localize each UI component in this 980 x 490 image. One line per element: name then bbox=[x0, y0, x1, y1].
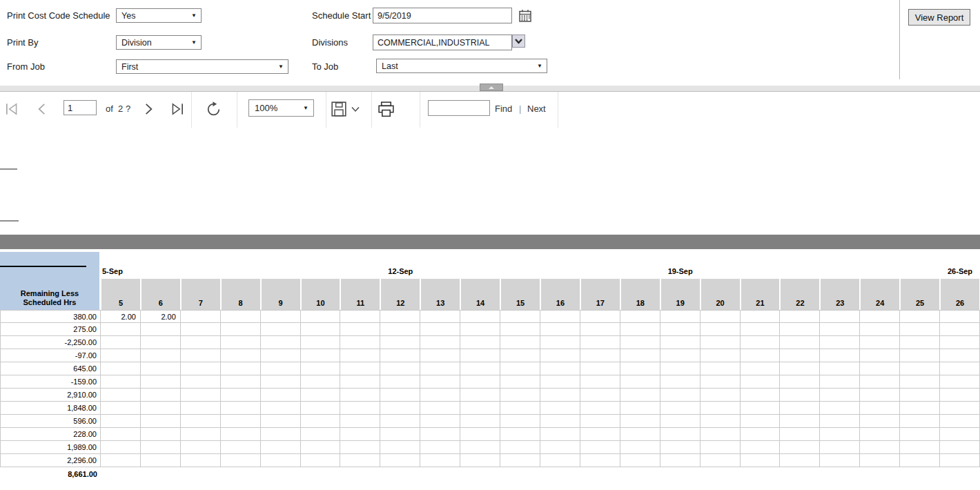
caret-down-icon: ▼ bbox=[303, 105, 308, 111]
schedule-cell bbox=[181, 349, 221, 362]
schedule-cell bbox=[420, 362, 460, 375]
schedule-cell bbox=[780, 362, 820, 375]
schedule-cell bbox=[940, 375, 980, 389]
export-menu-button[interactable] bbox=[351, 106, 360, 113]
schedule-cell bbox=[460, 415, 500, 428]
calendar-button[interactable] bbox=[518, 9, 532, 23]
day-column-header-group: 11 bbox=[340, 252, 380, 310]
day-header: 24 bbox=[860, 279, 900, 310]
schedule-cell bbox=[940, 428, 980, 441]
schedule-cell bbox=[660, 441, 700, 454]
schedule-cell bbox=[101, 415, 141, 428]
schedule-cell bbox=[860, 441, 900, 454]
schedule-cell bbox=[700, 441, 741, 454]
week-label: 26-Sep bbox=[940, 252, 980, 279]
print-button[interactable] bbox=[377, 101, 395, 118]
schedule-cell bbox=[900, 323, 940, 336]
day-header: 6 bbox=[141, 279, 181, 310]
schedule-cell bbox=[620, 454, 660, 467]
export-button[interactable] bbox=[331, 101, 347, 117]
schedule-cell bbox=[700, 362, 741, 375]
schedule-cell bbox=[741, 389, 781, 402]
schedule-cell bbox=[780, 441, 820, 454]
schedule-cell bbox=[900, 310, 940, 323]
schedule-cell bbox=[221, 375, 261, 389]
divisions-label: Divisions bbox=[312, 37, 348, 48]
schedule-cell bbox=[340, 415, 380, 428]
find-next-button[interactable]: Next bbox=[527, 104, 546, 114]
day-header: 11 bbox=[340, 279, 380, 310]
schedule-cell bbox=[940, 402, 980, 415]
from-job-select[interactable]: First ▼ bbox=[116, 59, 288, 74]
parameter-panel: Print Cost Code Schedule Yes ▼ Print By … bbox=[0, 0, 980, 86]
divisions-input[interactable] bbox=[373, 35, 512, 50]
divisions-dropdown-button[interactable] bbox=[512, 35, 525, 48]
week-label bbox=[261, 252, 301, 279]
schedule-cell bbox=[940, 389, 980, 402]
schedule-cell bbox=[780, 375, 820, 389]
next-page-button[interactable] bbox=[141, 101, 156, 117]
schedule-cell bbox=[261, 349, 301, 362]
schedule-cell bbox=[380, 323, 420, 336]
schedule-cell bbox=[380, 441, 420, 454]
print-cost-code-schedule-select[interactable]: Yes ▼ bbox=[116, 8, 202, 23]
schedule-cell bbox=[340, 402, 380, 415]
schedule-cell bbox=[301, 375, 341, 389]
view-report-button[interactable]: View Report bbox=[908, 9, 970, 26]
schedule-cell bbox=[860, 428, 900, 441]
previous-page-button[interactable] bbox=[35, 101, 50, 117]
schedule-cell bbox=[380, 336, 420, 349]
schedule-cell bbox=[420, 454, 460, 467]
refresh-icon bbox=[204, 100, 223, 119]
collapse-parameters-handle[interactable] bbox=[480, 84, 503, 91]
remaining-hrs-cell: 228.00 bbox=[0, 428, 101, 441]
schedule-cell bbox=[660, 336, 700, 349]
schedule-cell bbox=[540, 323, 580, 336]
schedule-cell bbox=[940, 323, 980, 336]
schedule-cell bbox=[660, 402, 700, 415]
last-page-button[interactable] bbox=[170, 101, 185, 117]
schedule-cell bbox=[380, 310, 420, 323]
schedule-cell bbox=[301, 336, 341, 349]
schedule-cell bbox=[620, 336, 660, 349]
day-column-header-group: 24 bbox=[860, 252, 900, 310]
schedule-cell bbox=[141, 441, 181, 454]
schedule-cell bbox=[780, 454, 820, 467]
find-button[interactable]: Find bbox=[495, 104, 512, 114]
schedule-cell bbox=[620, 402, 660, 415]
week-label bbox=[820, 252, 860, 279]
schedule-cell bbox=[940, 336, 980, 349]
first-page-button[interactable] bbox=[4, 101, 19, 117]
schedule-start-input[interactable] bbox=[373, 8, 512, 23]
report-group-band bbox=[0, 235, 980, 249]
week-label bbox=[741, 252, 781, 279]
current-page-input[interactable] bbox=[63, 100, 97, 115]
header-underline bbox=[0, 266, 86, 267]
schedule-cell bbox=[660, 389, 700, 402]
schedule-cell bbox=[301, 349, 341, 362]
day-header: 20 bbox=[700, 279, 741, 310]
schedule-cell bbox=[700, 310, 741, 323]
zoom-select[interactable]: 100% ▼ bbox=[248, 99, 314, 117]
schedule-cell bbox=[141, 336, 181, 349]
schedule-cell bbox=[261, 441, 301, 454]
panel-divider bbox=[899, 0, 900, 79]
schedule-cell bbox=[940, 415, 980, 428]
schedule-cell bbox=[101, 362, 141, 375]
find-input[interactable] bbox=[428, 100, 490, 116]
caret-down-icon: ▼ bbox=[537, 63, 542, 69]
schedule-cell bbox=[420, 323, 460, 336]
schedule-cell bbox=[820, 428, 860, 441]
schedule-cell bbox=[380, 349, 420, 362]
schedule-cell bbox=[221, 389, 261, 402]
print-by-select[interactable]: Division ▼ bbox=[116, 35, 202, 50]
chevron-down-icon bbox=[351, 106, 360, 113]
to-job-select[interactable]: Last ▼ bbox=[376, 59, 547, 73]
day-header: 25 bbox=[900, 279, 940, 310]
refresh-button[interactable] bbox=[204, 100, 223, 119]
schedule-cell bbox=[580, 362, 620, 375]
schedule-cell bbox=[820, 415, 860, 428]
toolbar-separator bbox=[237, 92, 237, 128]
schedule-cell bbox=[620, 441, 660, 454]
schedule-cell bbox=[181, 362, 221, 375]
